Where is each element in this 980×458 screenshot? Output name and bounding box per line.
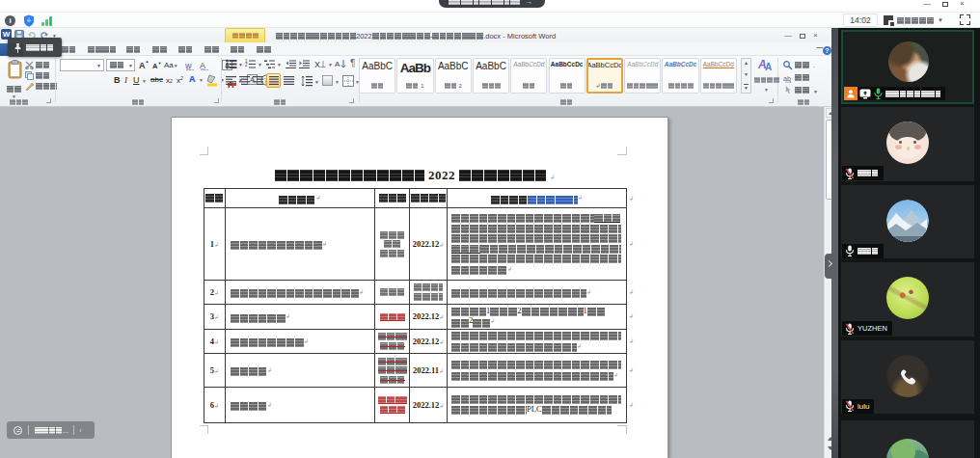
svg-text:X: X <box>314 60 320 69</box>
svg-text:2: 2 <box>245 63 248 67</box>
svg-text:A: A <box>335 60 340 68</box>
